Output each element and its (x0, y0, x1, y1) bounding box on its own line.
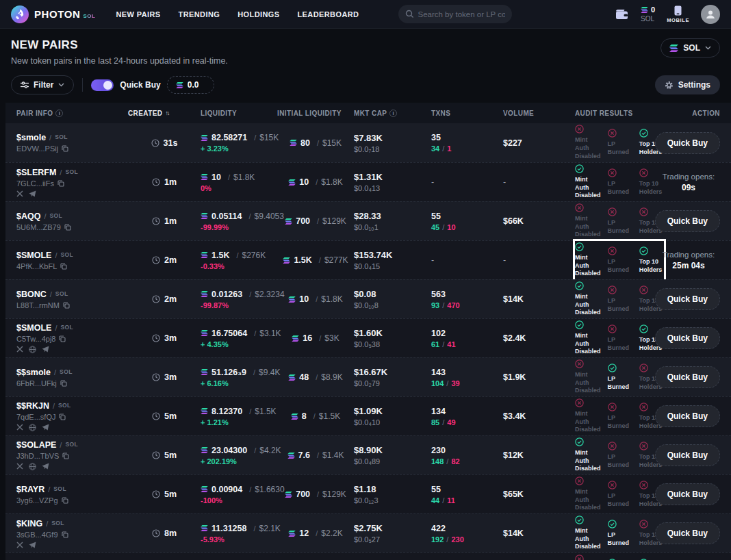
quick-buy-button[interactable]: Quick Buy (655, 132, 720, 154)
mobile-app-button[interactable]: MOBILE (667, 5, 689, 23)
table-row[interactable]: $KING SOL 3sGB...4Gf9 8m (5, 513, 731, 552)
copy-address-icon[interactable] (64, 224, 71, 231)
wallet-icon[interactable] (615, 8, 629, 21)
quick-buy-button[interactable]: Quick Buy (655, 210, 720, 232)
buys-count: 61 (431, 340, 439, 348)
token-symbol[interactable]: $smole (16, 133, 46, 142)
quick-buy-amount-input[interactable] (188, 80, 205, 90)
copy-address-icon[interactable] (60, 263, 67, 270)
token-symbol[interactable]: $$smole (16, 368, 51, 377)
table-row[interactable]: $SOLAPE SOL J3hD...TbVS 5m (5, 435, 731, 474)
nav-item-leaderboard[interactable]: LEADERBOARD (298, 10, 359, 18)
twitter-icon[interactable] (16, 463, 23, 470)
token-symbol[interactable]: $$RKJN (16, 401, 49, 411)
sol-icon (201, 252, 208, 258)
audit-label: LPBurned (608, 258, 632, 274)
col-created[interactable]: CREATED↑↓ (128, 110, 201, 117)
copy-address-icon[interactable] (60, 380, 67, 387)
volume-value: $66K (503, 216, 575, 226)
search-input[interactable] (398, 5, 512, 23)
quick-buy-button[interactable]: Quick Buy (655, 288, 720, 310)
website-icon[interactable] (29, 463, 36, 470)
token-symbol[interactable]: $SMOLE (16, 251, 51, 260)
quick-buy-button[interactable]: Quick Buy (655, 522, 720, 544)
nav-item-new-pairs[interactable]: NEW PAIRS (116, 10, 160, 18)
telegram-icon[interactable] (29, 190, 36, 197)
filter-button[interactable]: Filter (11, 75, 74, 94)
audit-results-cell: Mint AuthDisabledLPBurnedTop 10Holders (575, 319, 664, 357)
liquidity-change: -99.87% (201, 301, 277, 309)
token-symbol[interactable]: $KING (16, 519, 42, 529)
table-row[interactable]: $RAYR SOL 3yg6...VZPg 5m (5, 474, 731, 513)
currency-selector[interactable]: SOL (661, 38, 720, 58)
table-row[interactable]: $BONC SOL L88T...rmNM 2m (5, 279, 731, 318)
copy-address-icon[interactable] (59, 335, 66, 342)
txns-cell: 563 93470 (431, 280, 503, 318)
table-row[interactable]: $SMOLE SOL 4PfK...KbFL 2m (5, 240, 731, 279)
telegram-icon[interactable] (42, 346, 49, 353)
website-icon[interactable] (29, 424, 36, 431)
token-symbol[interactable]: $SOLAPE (16, 440, 56, 450)
initial-liquidity-sol: 10 (299, 177, 309, 187)
audit-fail-item: Mint AuthDisabled (575, 359, 601, 395)
quick-buy-button[interactable]: Quick Buy (655, 366, 720, 388)
copy-address-icon[interactable] (59, 413, 66, 420)
wallet-balance[interactable]: 0 SOL (641, 5, 655, 22)
col-volume[interactable]: VOLUME (503, 110, 575, 117)
table-row[interactable]: $smole SOL EDVW...PSij 31s (5, 123, 731, 162)
copy-address-icon[interactable] (63, 302, 70, 309)
token-symbol[interactable]: $RAYR (16, 485, 44, 494)
table-row[interactable]: $$smole SOL 6FbR...UFkj 3m (5, 357, 731, 396)
twitter-icon[interactable] (16, 424, 23, 431)
website-icon[interactable] (29, 346, 36, 353)
check-circle-icon (575, 242, 601, 251)
telegram-icon[interactable] (42, 424, 49, 431)
volume-cell: - (503, 241, 575, 279)
x-circle-icon (575, 359, 601, 368)
quick-buy-toggle[interactable] (91, 79, 114, 91)
quote-token: SOL (51, 520, 64, 526)
twitter-icon[interactable] (16, 346, 23, 353)
col-mkt-cap[interactable]: MKT CAPi (354, 110, 431, 117)
token-symbol[interactable]: $BONC (16, 290, 47, 299)
telegram-icon[interactable] (29, 542, 36, 548)
settings-button[interactable]: Settings (655, 75, 720, 94)
copy-address-icon[interactable] (62, 145, 68, 152)
market-cap: $16.67K (354, 367, 431, 377)
copy-address-icon[interactable] (57, 180, 64, 187)
table-row[interactable]: $AQQ SOL 5U6M...ZB79 1m (5, 201, 731, 240)
pair-info-cell: $SOLAPE SOL J3hD...TbVS (16, 436, 128, 474)
token-symbol[interactable]: $SMOLE (16, 323, 51, 333)
quick-buy-button[interactable]: Quick Buy (655, 444, 720, 466)
telegram-icon[interactable] (42, 463, 49, 470)
table-row[interactable]: $SMOLE SOL C5Tw...4pj8 3m (5, 318, 731, 357)
quick-buy-button[interactable]: Quick Buy (655, 327, 720, 349)
nav-item-trending[interactable]: TRENDING (179, 10, 220, 18)
twitter-icon[interactable] (16, 190, 23, 197)
table-row[interactable]: $Slerf AI SOL (5, 552, 731, 560)
twitter-icon[interactable] (16, 542, 23, 548)
mkt-cap-cell: $1.60K $0.0₅38 (354, 319, 431, 357)
volume-cell: $65K (503, 475, 575, 513)
sol-icon (292, 335, 299, 342)
buys-count: 93 (431, 301, 439, 309)
token-symbol[interactable]: $SLERFM (16, 168, 56, 177)
copy-address-icon[interactable] (62, 497, 68, 504)
col-liquidity[interactable]: LIQUIDITY (201, 110, 277, 117)
table-row[interactable]: $$RKJN SOL 7qdE...sfQJ 5m (5, 396, 731, 435)
created-time: 8m (164, 529, 177, 538)
copy-address-icon[interactable] (62, 531, 68, 538)
nav-item-holdings[interactable]: HOLDINGS (238, 10, 279, 18)
copy-address-icon[interactable] (62, 453, 69, 459)
quick-buy-button[interactable]: Quick Buy (655, 405, 720, 427)
col-initial-liquidity[interactable]: INITIAL LIQUIDITY (277, 110, 354, 117)
brand[interactable]: PHOTON SOL (11, 5, 95, 23)
col-pair-info[interactable]: PAIR INFOi (16, 110, 128, 117)
quick-buy-button[interactable]: Quick Buy (655, 483, 720, 505)
token-symbol[interactable]: $AQQ (16, 212, 40, 221)
token-address: J3hD...TbVS (16, 452, 59, 460)
col-txns[interactable]: TXNS (431, 110, 503, 117)
user-avatar[interactable] (701, 5, 720, 24)
table-row[interactable]: $SLERFM SOL 7GLC...iiFs 1m (5, 162, 731, 201)
token-price: $0.0₁₂3 (354, 496, 431, 505)
